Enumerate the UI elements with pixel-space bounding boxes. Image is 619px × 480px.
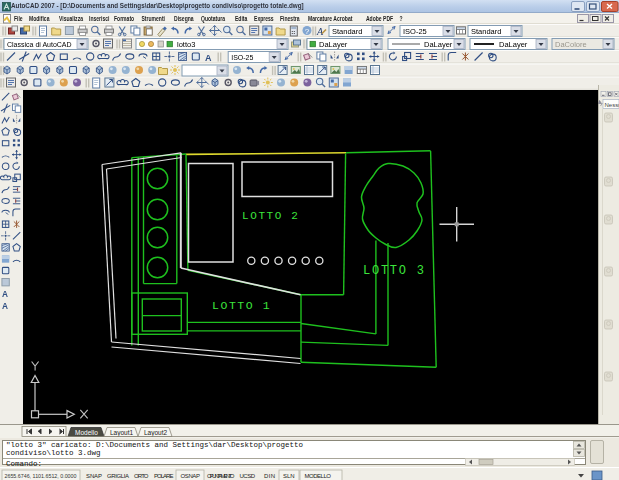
svg-text:DaLayer: DaLayer: [319, 40, 348, 49]
svg-text:DaLayer: DaLayer: [499, 40, 528, 49]
svg-text:GRIGLIA: GRIGLIA: [107, 473, 129, 479]
svg-text:SLN: SLN: [283, 473, 295, 479]
svg-text:Standard: Standard: [332, 27, 362, 36]
svg-text:lotto3: lotto3: [177, 40, 195, 49]
svg-text:Standard: Standard: [471, 27, 501, 36]
svg-text:ISO-25: ISO-25: [403, 27, 427, 36]
svg-text:OPUNTAMENTO: OPUNTAMENTO: [207, 473, 235, 479]
svg-text:Nessu: Nessu: [605, 102, 619, 108]
svg-text:DaColore: DaColore: [555, 40, 587, 49]
svg-text:SNAP: SNAP: [86, 473, 102, 479]
svg-text:POLARE: POLARE: [154, 473, 174, 479]
svg-text:?: ?: [305, 27, 310, 36]
svg-text:A: A: [2, 290, 8, 299]
svg-text:Modello: Modello: [75, 429, 98, 436]
svg-text:A: A: [316, 26, 324, 37]
svg-text:ORTO: ORTO: [134, 473, 149, 479]
svg-text:Layout2: Layout2: [144, 429, 168, 437]
svg-text:2655.6746, 1101.6512, 0.0000: 2655.6746, 1101.6512, 0.0000: [5, 473, 78, 479]
svg-text:LOTTO 2: LOTTO 2: [242, 210, 299, 222]
svg-text:OSNAP: OSNAP: [181, 473, 201, 479]
svg-text:DaLayer: DaLayer: [424, 40, 453, 49]
svg-text:ISO-25: ISO-25: [231, 54, 253, 61]
svg-text:LOTTO 1: LOTTO 1: [212, 299, 271, 312]
svg-text:UCSD: UCSD: [240, 473, 256, 479]
svg-text:LOTTO 3: LOTTO 3: [363, 264, 426, 278]
svg-text:Layout1: Layout1: [110, 429, 134, 437]
svg-text:A: A: [2, 302, 8, 311]
svg-text:MODELLO: MODELLO: [305, 473, 332, 479]
svg-text:Classica di AutoCAD: Classica di AutoCAD: [7, 41, 72, 48]
svg-text:DIN: DIN: [264, 473, 275, 479]
svg-text:A: A: [205, 53, 212, 63]
